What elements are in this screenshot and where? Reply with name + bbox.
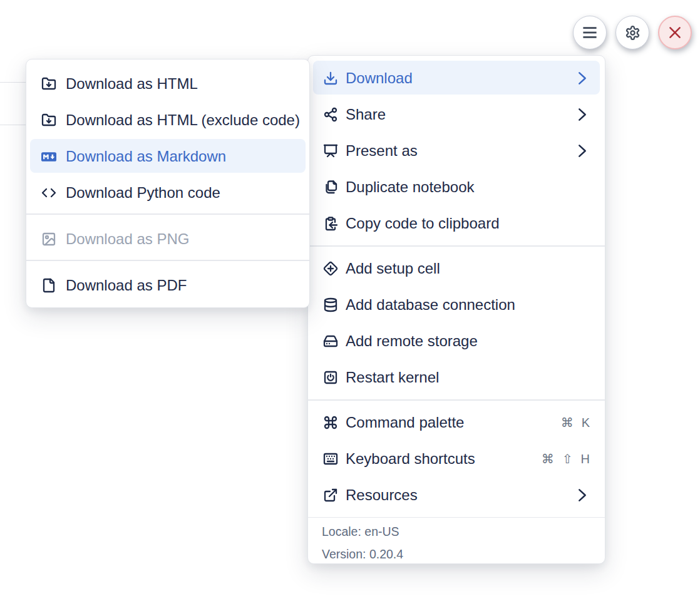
menu-item-label: Download as PDF xyxy=(66,277,187,294)
folder-down-icon xyxy=(41,76,56,91)
menu-separator xyxy=(308,399,605,401)
menu-item-download-python[interactable]: Download Python code xyxy=(30,175,306,211)
keyboard-icon xyxy=(323,451,338,466)
menu-item-download-png[interactable]: Download as PNG xyxy=(30,221,306,257)
chevron-right-icon xyxy=(575,143,590,158)
chevron-right-icon xyxy=(575,488,590,503)
menu-item-keyboard-shortcuts[interactable]: Keyboard shortcuts ⌘⇧H xyxy=(313,441,600,477)
menu-item-label: Present as xyxy=(346,142,418,160)
notebook-actions-menu: Download Share xyxy=(307,55,605,564)
menu-footer: Locale: en-US Version: 0.20.4 xyxy=(308,517,605,563)
file-icon xyxy=(41,278,56,293)
menu-item-label: Copy code to clipboard xyxy=(346,215,499,232)
menu-item-label: Add remote storage xyxy=(346,332,478,350)
menu-item-label: Restart kernel xyxy=(346,369,439,386)
menu-separator xyxy=(26,260,309,261)
menu-item-label: Share xyxy=(346,106,386,123)
menu-item-label: Command palette xyxy=(346,414,464,431)
menu-item-label: Download xyxy=(346,69,413,87)
hamburger-icon xyxy=(582,25,597,40)
menu-item-label: Download as HTML xyxy=(66,75,198,93)
presentation-icon xyxy=(323,143,338,158)
database-icon xyxy=(323,297,338,312)
hard-drive-icon xyxy=(323,334,338,349)
x-icon xyxy=(666,24,684,41)
notebook-page: Download Share xyxy=(0,0,700,616)
chevron-right-icon xyxy=(575,107,590,122)
download-icon xyxy=(323,71,338,86)
menu-item-restart-kernel[interactable]: Restart kernel xyxy=(313,359,600,396)
menu-item-label: Download Python code xyxy=(66,184,220,202)
menu-item-add-database-connection[interactable]: Add database connection xyxy=(313,287,600,323)
settings-button[interactable] xyxy=(615,16,649,49)
menu-item-label: Download as PNG xyxy=(66,230,189,248)
menu-item-download[interactable]: Download xyxy=(313,60,600,96)
menu-item-label: Keyboard shortcuts xyxy=(346,450,475,468)
chevron-right-icon xyxy=(575,71,590,86)
menu-item-add-setup-cell[interactable]: Add setup cell xyxy=(313,250,600,287)
download-submenu: Download as HTML Download as HTML (exclu… xyxy=(26,59,310,308)
menu-item-add-remote-storage[interactable]: Add remote storage xyxy=(313,323,600,359)
copy-files-icon xyxy=(323,180,338,195)
clipboard-copy-icon xyxy=(323,216,338,231)
menu-item-download-pdf[interactable]: Download as PDF xyxy=(30,267,306,304)
command-icon xyxy=(323,415,338,430)
image-icon xyxy=(41,232,56,247)
share-icon xyxy=(323,107,338,122)
menu-item-label: Resources xyxy=(346,486,418,504)
menu-item-label: Download as Markdown xyxy=(66,148,226,165)
menu-item-present-as[interactable]: Present as xyxy=(313,133,600,169)
shortcut-hint: ⌘⇧H xyxy=(542,451,590,466)
menu-item-label: Add setup cell xyxy=(346,260,440,277)
menu-item-label: Add database connection xyxy=(346,296,515,314)
shortcut-hint: ⌘K xyxy=(561,415,590,430)
gear-icon xyxy=(625,25,641,41)
notebook-menu-button[interactable] xyxy=(573,16,607,49)
menu-item-download-markdown[interactable]: Download as Markdown xyxy=(30,138,306,175)
menu-separator xyxy=(26,213,309,215)
menu-item-share[interactable]: Share xyxy=(313,96,600,133)
code-icon xyxy=(41,185,56,200)
diamond-plus-icon xyxy=(323,261,338,276)
menu-item-duplicate-notebook[interactable]: Duplicate notebook xyxy=(313,169,600,205)
version-text: Version: 0.20.4 xyxy=(322,545,591,563)
locale-text: Locale: en-US xyxy=(322,523,591,540)
background-cell-outline xyxy=(0,82,29,125)
folder-down-icon xyxy=(41,113,56,128)
close-app-button[interactable] xyxy=(658,16,692,49)
menu-item-label: Duplicate notebook xyxy=(346,178,474,196)
menu-item-label: Download as HTML (exclude code) xyxy=(66,111,300,129)
menu-item-resources[interactable]: Resources xyxy=(313,477,600,513)
menu-separator xyxy=(308,245,605,247)
markdown-icon xyxy=(41,149,56,164)
external-link-icon xyxy=(323,488,338,503)
menu-item-command-palette[interactable]: Command palette ⌘K xyxy=(313,404,600,441)
square-power-icon xyxy=(323,370,338,385)
menu-item-download-html-exclude-code[interactable]: Download as HTML (exclude code) xyxy=(30,102,306,138)
menu-item-download-html[interactable]: Download as HTML xyxy=(30,66,306,102)
menu-item-copy-code[interactable]: Copy code to clipboard xyxy=(313,205,600,242)
